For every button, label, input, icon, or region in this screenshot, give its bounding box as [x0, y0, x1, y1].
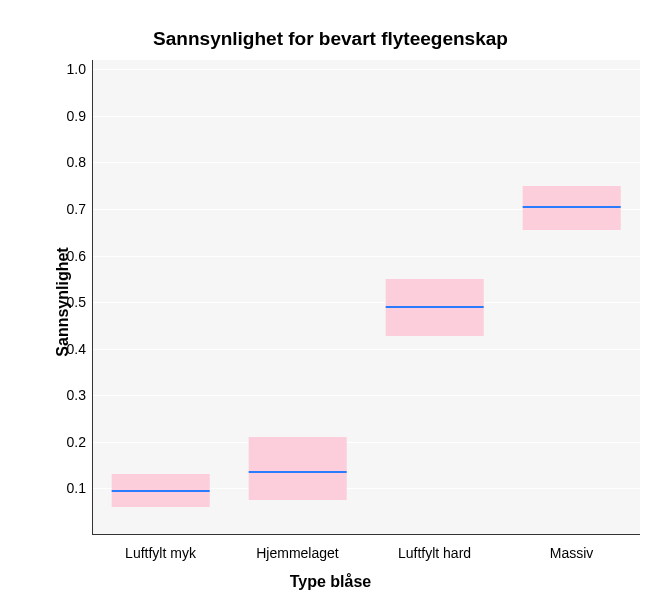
interval-box [248, 437, 347, 500]
gridline [93, 256, 640, 257]
y-tick-label: 0.4 [46, 341, 86, 357]
chart-container: Sannsynlighet for bevart flyteegenskap S… [0, 0, 661, 603]
y-tick-label: 1.0 [46, 61, 86, 77]
gridline [93, 162, 640, 163]
plot-area [92, 60, 640, 535]
x-tick-label: Luftfylt hard [370, 545, 500, 561]
y-tick-label: 0.5 [46, 294, 86, 310]
gridline [93, 69, 640, 70]
y-tick-label: 0.6 [46, 248, 86, 264]
median-line [385, 306, 484, 308]
x-tick-label: Luftfylt myk [96, 545, 226, 561]
gridline [93, 116, 640, 117]
gridline [93, 302, 640, 303]
x-tick-label: Massiv [507, 545, 637, 561]
gridline [93, 349, 640, 350]
median-line [111, 490, 210, 492]
median-line [522, 206, 621, 208]
gridline [93, 395, 640, 396]
gridline [93, 442, 640, 443]
median-line [248, 471, 347, 473]
x-tick-label: Hjemmelaget [233, 545, 363, 561]
y-tick-label: 0.8 [46, 154, 86, 170]
y-tick-label: 0.1 [46, 480, 86, 496]
y-tick-label: 0.3 [46, 387, 86, 403]
y-tick-label: 0.9 [46, 108, 86, 124]
x-axis-label: Type blåse [0, 573, 661, 591]
y-tick-label: 0.2 [46, 434, 86, 450]
y-tick-label: 0.7 [46, 201, 86, 217]
chart-title: Sannsynlighet for bevart flyteegenskap [0, 28, 661, 50]
interval-box [522, 186, 621, 230]
